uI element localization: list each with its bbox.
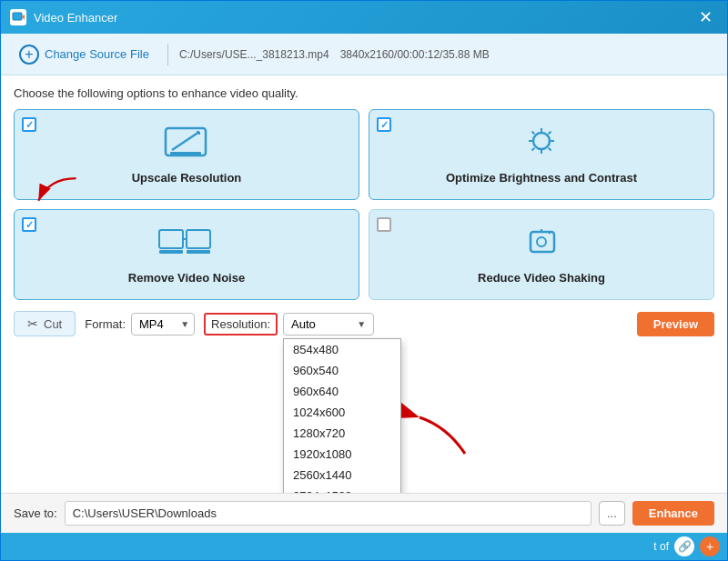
dropdown-arrow-icon: ▼	[357, 319, 366, 329]
format-select[interactable]: MP4	[131, 313, 195, 336]
controls-row: ✂ Cut Format: MP4 Resolution: Auto ▼	[14, 311, 714, 336]
enhance-button[interactable]: Enhance	[632, 501, 714, 526]
brightness-icon	[518, 125, 565, 164]
svg-rect-4	[170, 152, 201, 155]
svg-line-15	[549, 132, 551, 135]
svg-line-5	[172, 132, 199, 150]
svg-rect-0	[13, 13, 22, 20]
res-option-1280[interactable]: 1280x720	[284, 423, 400, 444]
cut-button[interactable]: ✂ Cut	[14, 311, 76, 336]
resolution-dropdown-wrapper: Auto ▼ 854x480 960x540 960x640 1024x600 …	[283, 313, 374, 336]
svg-rect-18	[159, 250, 183, 254]
checkbox-brightness[interactable]	[377, 117, 391, 132]
options-grid: Upscale Resolution	[14, 109, 714, 300]
option-card-shaking[interactable]: Reduce Video Shaking	[369, 209, 714, 300]
cut-label: Cut	[44, 317, 62, 331]
brightness-label: Optimize Brightness and Contrast	[446, 171, 637, 185]
red-arrow-2	[401, 390, 474, 463]
upscale-icon	[163, 125, 210, 164]
title-bar: Video Enhancer ✕	[1, 1, 727, 34]
format-select-wrapper: MP4	[131, 313, 195, 336]
window-title: Video Enhancer	[34, 11, 117, 25]
resolution-dropdown-list: 854x480 960x540 960x640 1024x600 1280x72…	[283, 338, 401, 494]
res-option-960-540[interactable]: 960x540	[284, 360, 400, 381]
res-option-2704[interactable]: 2704x1520	[284, 486, 400, 494]
res-option-960-640[interactable]: 960x640	[284, 381, 400, 402]
link-button[interactable]: 🔗	[674, 536, 694, 556]
res-option-2560[interactable]: 2560x1440	[284, 465, 400, 486]
svg-rect-17	[159, 230, 183, 248]
file-path: C:/Users/USE..._3818213.mp4	[179, 48, 329, 61]
bottom-bar: Save to: ... Enhance	[1, 493, 727, 533]
strip-text: t of	[653, 540, 669, 553]
svg-rect-20	[187, 250, 210, 254]
svg-rect-19	[187, 230, 210, 248]
option-card-brightness[interactable]: Optimize Brightness and Contrast	[369, 109, 714, 200]
svg-rect-22	[531, 232, 554, 252]
svg-line-13	[532, 132, 535, 135]
svg-line-25	[549, 232, 551, 234]
save-label: Save to:	[14, 506, 57, 520]
change-source-button[interactable]: + Change Source File	[12, 41, 157, 68]
bottom-strip: t of 🔗 +	[1, 533, 727, 560]
browse-button[interactable]: ...	[599, 501, 625, 526]
app-icon	[10, 9, 26, 25]
res-option-1920[interactable]: 1920x1080	[284, 444, 400, 465]
shaking-icon	[518, 225, 565, 264]
resolution-select-display[interactable]: Auto ▼	[283, 313, 374, 336]
scissors-icon: ✂	[27, 316, 38, 331]
noise-label: Remove Video Noise	[128, 271, 245, 285]
option-card-upscale[interactable]: Upscale Resolution	[14, 109, 359, 200]
content-area: Choose the following options to enhance …	[1, 75, 727, 493]
title-bar-left: Video Enhancer	[10, 9, 117, 25]
save-path-input[interactable]	[65, 501, 592, 526]
file-meta: 3840x2160/00:00:12/35.88 MB	[340, 48, 490, 61]
checkbox-shaking[interactable]	[377, 217, 391, 232]
noise-icon	[157, 225, 216, 264]
add-button[interactable]: +	[700, 536, 720, 556]
checkbox-noise[interactable]	[22, 217, 36, 232]
resolution-value: Auto	[291, 317, 316, 331]
close-button[interactable]: ✕	[693, 5, 718, 29]
res-option-1024[interactable]: 1024x600	[284, 402, 400, 423]
toolbar-separator	[167, 44, 168, 65]
format-label: Format:	[85, 317, 126, 331]
app-window: Video Enhancer ✕ + Change Source File C:…	[0, 0, 728, 561]
option-card-noise[interactable]: Remove Video Noise	[14, 209, 359, 300]
svg-point-23	[537, 237, 546, 246]
change-source-label: Change Source File	[45, 47, 149, 61]
res-option-854[interactable]: 854x480	[284, 339, 400, 360]
preview-button[interactable]: Preview	[637, 312, 714, 336]
checkbox-upscale[interactable]	[22, 117, 36, 132]
svg-line-16	[532, 148, 535, 151]
upscale-label: Upscale Resolution	[132, 171, 242, 185]
shaking-label: Reduce Video Shaking	[478, 271, 605, 285]
save-row: Save to: ... Enhance	[14, 501, 714, 526]
svg-line-14	[549, 148, 551, 151]
resolution-label: Resolution:	[204, 313, 278, 336]
plus-circle-icon: +	[19, 45, 39, 65]
format-group: Format: MP4	[85, 313, 195, 336]
instruction-text: Choose the following options to enhance …	[14, 86, 714, 100]
resolution-group: Resolution: Auto ▼ 854x480 960x540 960x6…	[204, 313, 374, 336]
toolbar: + Change Source File C:/Users/USE..._381…	[1, 34, 727, 75]
svg-point-8	[533, 133, 550, 149]
